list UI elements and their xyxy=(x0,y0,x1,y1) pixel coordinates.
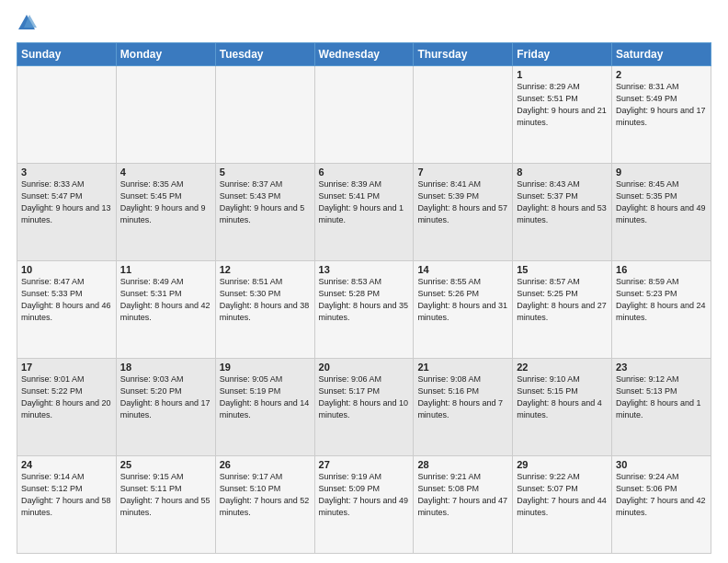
day-info: Sunrise: 8:49 AM Sunset: 5:31 PM Dayligh… xyxy=(120,276,211,324)
logo xyxy=(17,13,40,33)
day-cell: 21Sunrise: 9:08 AM Sunset: 5:16 PM Dayli… xyxy=(414,359,513,456)
week-row-4: 24Sunrise: 9:14 AM Sunset: 5:12 PM Dayli… xyxy=(17,456,711,554)
day-info: Sunrise: 9:15 AM Sunset: 5:11 PM Dayligh… xyxy=(120,471,211,519)
day-cell: 23Sunrise: 9:12 AM Sunset: 5:13 PM Dayli… xyxy=(612,359,711,456)
day-number: 8 xyxy=(517,167,608,178)
day-info: Sunrise: 9:22 AM Sunset: 5:07 PM Dayligh… xyxy=(517,471,608,519)
day-cell: 4Sunrise: 8:35 AM Sunset: 5:45 PM Daylig… xyxy=(116,164,215,261)
day-cell xyxy=(314,66,414,164)
day-number: 30 xyxy=(616,459,707,470)
logo-icon xyxy=(17,13,37,33)
day-number: 27 xyxy=(319,459,410,470)
header-day-tuesday: Tuesday xyxy=(215,43,314,66)
day-cell: 25Sunrise: 9:15 AM Sunset: 5:11 PM Dayli… xyxy=(116,456,215,554)
day-cell: 2Sunrise: 8:31 AM Sunset: 5:49 PM Daylig… xyxy=(612,66,711,164)
day-number: 28 xyxy=(417,459,508,470)
header-row: SundayMondayTuesdayWednesdayThursdayFrid… xyxy=(17,43,711,66)
day-cell: 1Sunrise: 8:29 AM Sunset: 5:51 PM Daylig… xyxy=(513,66,612,164)
day-number: 7 xyxy=(417,167,508,178)
day-cell: 27Sunrise: 9:19 AM Sunset: 5:09 PM Dayli… xyxy=(314,456,414,554)
week-row-3: 17Sunrise: 9:01 AM Sunset: 5:22 PM Dayli… xyxy=(17,359,711,456)
day-info: Sunrise: 9:12 AM Sunset: 5:13 PM Dayligh… xyxy=(616,373,707,421)
day-cell: 19Sunrise: 9:05 AM Sunset: 5:19 PM Dayli… xyxy=(215,359,314,456)
day-cell: 10Sunrise: 8:47 AM Sunset: 5:33 PM Dayli… xyxy=(17,261,117,359)
day-cell: 22Sunrise: 9:10 AM Sunset: 5:15 PM Dayli… xyxy=(513,359,612,456)
header-day-thursday: Thursday xyxy=(414,43,513,66)
day-number: 26 xyxy=(220,459,311,470)
day-cell: 18Sunrise: 9:03 AM Sunset: 5:20 PM Dayli… xyxy=(116,359,215,456)
day-number: 16 xyxy=(616,264,707,275)
day-cell: 3Sunrise: 8:33 AM Sunset: 5:47 PM Daylig… xyxy=(17,164,117,261)
day-number: 19 xyxy=(220,362,311,373)
day-number: 29 xyxy=(517,459,608,470)
day-cell: 16Sunrise: 8:59 AM Sunset: 5:23 PM Dayli… xyxy=(612,261,711,359)
day-cell: 8Sunrise: 8:43 AM Sunset: 5:37 PM Daylig… xyxy=(513,164,612,261)
day-info: Sunrise: 9:19 AM Sunset: 5:09 PM Dayligh… xyxy=(319,471,410,519)
week-row-2: 10Sunrise: 8:47 AM Sunset: 5:33 PM Dayli… xyxy=(17,261,711,359)
day-cell xyxy=(414,66,513,164)
day-number: 22 xyxy=(517,362,608,373)
day-number: 23 xyxy=(616,362,707,373)
day-info: Sunrise: 9:10 AM Sunset: 5:15 PM Dayligh… xyxy=(517,373,608,421)
day-info: Sunrise: 9:08 AM Sunset: 5:16 PM Dayligh… xyxy=(417,373,508,421)
calendar-table: SundayMondayTuesdayWednesdayThursdayFrid… xyxy=(17,42,711,554)
day-info: Sunrise: 8:59 AM Sunset: 5:23 PM Dayligh… xyxy=(616,276,707,324)
day-cell: 13Sunrise: 8:53 AM Sunset: 5:28 PM Dayli… xyxy=(314,261,414,359)
header-day-friday: Friday xyxy=(513,43,612,66)
day-number: 14 xyxy=(417,264,508,275)
header-day-monday: Monday xyxy=(116,43,215,66)
day-info: Sunrise: 8:37 AM Sunset: 5:43 PM Dayligh… xyxy=(220,178,311,226)
day-number: 12 xyxy=(220,264,311,275)
day-info: Sunrise: 9:01 AM Sunset: 5:22 PM Dayligh… xyxy=(21,373,112,421)
day-cell: 9Sunrise: 8:45 AM Sunset: 5:35 PM Daylig… xyxy=(612,164,711,261)
day-cell: 5Sunrise: 8:37 AM Sunset: 5:43 PM Daylig… xyxy=(215,164,314,261)
day-info: Sunrise: 9:14 AM Sunset: 5:12 PM Dayligh… xyxy=(21,471,112,519)
header xyxy=(17,13,711,33)
day-info: Sunrise: 8:41 AM Sunset: 5:39 PM Dayligh… xyxy=(417,178,508,226)
day-cell: 12Sunrise: 8:51 AM Sunset: 5:30 PM Dayli… xyxy=(215,261,314,359)
day-number: 18 xyxy=(120,362,211,373)
day-number: 25 xyxy=(120,459,211,470)
day-cell: 7Sunrise: 8:41 AM Sunset: 5:39 PM Daylig… xyxy=(414,164,513,261)
day-cell xyxy=(116,66,215,164)
day-cell: 30Sunrise: 9:24 AM Sunset: 5:06 PM Dayli… xyxy=(612,456,711,554)
day-cell: 28Sunrise: 9:21 AM Sunset: 5:08 PM Dayli… xyxy=(414,456,513,554)
day-info: Sunrise: 8:45 AM Sunset: 5:35 PM Dayligh… xyxy=(616,178,707,226)
header-day-sunday: Sunday xyxy=(17,43,117,66)
day-cell: 6Sunrise: 8:39 AM Sunset: 5:41 PM Daylig… xyxy=(314,164,414,261)
day-info: Sunrise: 9:17 AM Sunset: 5:10 PM Dayligh… xyxy=(220,471,311,519)
day-info: Sunrise: 8:31 AM Sunset: 5:49 PM Dayligh… xyxy=(616,81,707,129)
day-info: Sunrise: 8:33 AM Sunset: 5:47 PM Dayligh… xyxy=(21,178,112,226)
header-day-wednesday: Wednesday xyxy=(314,43,414,66)
day-number: 10 xyxy=(21,264,112,275)
day-info: Sunrise: 8:57 AM Sunset: 5:25 PM Dayligh… xyxy=(517,276,608,324)
day-info: Sunrise: 9:03 AM Sunset: 5:20 PM Dayligh… xyxy=(120,373,211,421)
day-cell: 14Sunrise: 8:55 AM Sunset: 5:26 PM Dayli… xyxy=(414,261,513,359)
day-number: 1 xyxy=(517,69,608,80)
day-info: Sunrise: 8:55 AM Sunset: 5:26 PM Dayligh… xyxy=(417,276,508,324)
day-info: Sunrise: 9:06 AM Sunset: 5:17 PM Dayligh… xyxy=(319,373,410,421)
day-cell: 20Sunrise: 9:06 AM Sunset: 5:17 PM Dayli… xyxy=(314,359,414,456)
day-info: Sunrise: 8:35 AM Sunset: 5:45 PM Dayligh… xyxy=(120,178,211,226)
page: SundayMondayTuesdayWednesdayThursdayFrid… xyxy=(0,0,728,563)
day-number: 9 xyxy=(616,167,707,178)
day-number: 6 xyxy=(319,167,410,178)
day-number: 5 xyxy=(220,167,311,178)
week-row-1: 3Sunrise: 8:33 AM Sunset: 5:47 PM Daylig… xyxy=(17,164,711,261)
week-row-0: 1Sunrise: 8:29 AM Sunset: 5:51 PM Daylig… xyxy=(17,66,711,164)
day-info: Sunrise: 8:39 AM Sunset: 5:41 PM Dayligh… xyxy=(319,178,410,226)
header-day-saturday: Saturday xyxy=(612,43,711,66)
day-number: 17 xyxy=(21,362,112,373)
day-cell: 15Sunrise: 8:57 AM Sunset: 5:25 PM Dayli… xyxy=(513,261,612,359)
day-number: 20 xyxy=(319,362,410,373)
day-number: 4 xyxy=(120,167,211,178)
day-cell: 11Sunrise: 8:49 AM Sunset: 5:31 PM Dayli… xyxy=(116,261,215,359)
day-number: 11 xyxy=(120,264,211,275)
day-cell: 26Sunrise: 9:17 AM Sunset: 5:10 PM Dayli… xyxy=(215,456,314,554)
day-number: 13 xyxy=(319,264,410,275)
day-info: Sunrise: 8:53 AM Sunset: 5:28 PM Dayligh… xyxy=(319,276,410,324)
day-info: Sunrise: 9:05 AM Sunset: 5:19 PM Dayligh… xyxy=(220,373,311,421)
day-number: 24 xyxy=(21,459,112,470)
day-cell: 29Sunrise: 9:22 AM Sunset: 5:07 PM Dayli… xyxy=(513,456,612,554)
day-info: Sunrise: 9:24 AM Sunset: 5:06 PM Dayligh… xyxy=(616,471,707,519)
